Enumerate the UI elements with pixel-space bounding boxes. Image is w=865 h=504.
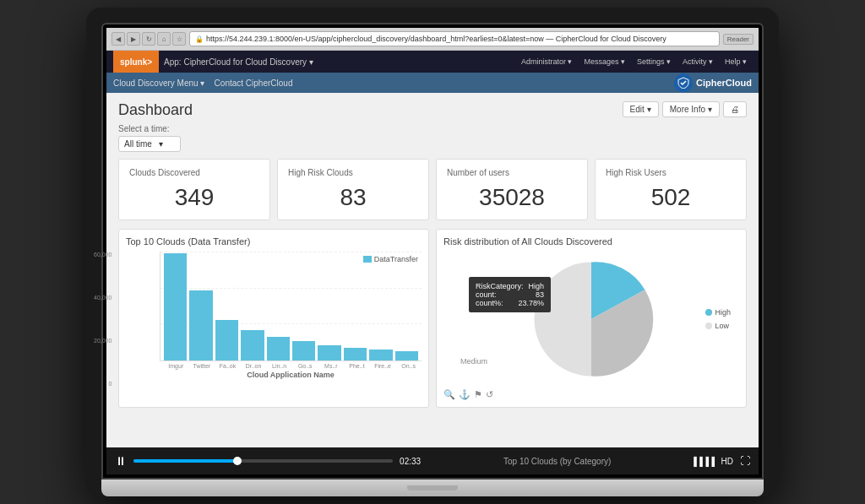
pie-chart-title: Risk distribution of All Clouds Discover… <box>443 236 739 247</box>
stats-row: Clouds Discovered 349 High Risk Clouds 8… <box>118 159 747 220</box>
pie-chart-toolbar: 🔍 ⚓ ⚑ ↺ <box>443 387 739 400</box>
menu-label: Cloud Discovery Menu <box>113 79 199 88</box>
pie-label-high-text: High <box>715 308 731 317</box>
video-progress-bar[interactable] <box>133 459 393 463</box>
shield-logo-icon <box>674 73 693 92</box>
laptop-frame: ◀ ▶ ↻ ⌂ ☆ 🔒 https://54.244.239.1:8000/en… <box>86 8 779 496</box>
stat-value-0: 349 <box>129 184 259 211</box>
tooltip-pct-value: 23.78% <box>519 299 545 307</box>
nav-messages[interactable]: Messages ▾ <box>579 56 630 68</box>
nav-help[interactable]: Help ▾ <box>720 56 752 68</box>
stat-card-clouds-discovered: Clouds Discovered 349 <box>118 159 270 220</box>
pie-svg <box>528 256 655 382</box>
dashboard-main: Dashboard Edit ▾ More Info ▾ 🖨 <box>106 93 759 447</box>
stat-label-0: Clouds Discovered <box>129 168 259 177</box>
tooltip-cat-value: High <box>529 282 545 290</box>
bar-chart-title: Top 10 Clouds (Data Transfer) <box>126 236 422 247</box>
contact-ciphercloud-link[interactable]: Contact CipherCloud <box>215 79 293 88</box>
time-value: All time <box>124 139 152 149</box>
app-name-text: App: CipherCloud for Cloud Discovery <box>164 57 307 67</box>
reload-button[interactable]: ↻ <box>142 32 155 46</box>
bar-6 <box>318 345 340 360</box>
sub-nav-left: Cloud Discovery Menu ▾ Contact CipherClo… <box>113 79 292 88</box>
anchor-tool[interactable]: ⚓ <box>459 389 471 400</box>
nav-administrator[interactable]: Administrator ▾ <box>516 56 578 68</box>
pie-label-high: High <box>705 308 731 317</box>
menu-dropdown-icon: ▾ <box>200 79 204 88</box>
more-info-dropdown-icon: ▾ <box>708 105 712 114</box>
flag-tool[interactable]: ⚑ <box>474 389 482 400</box>
bookmark-button[interactable]: ☆ <box>172 32 186 46</box>
x-label-9: On..s <box>395 363 422 369</box>
video-progress-fill <box>133 459 237 463</box>
stat-label-1: High Risk Clouds <box>288 168 418 177</box>
bar-3 <box>241 330 264 360</box>
video-controls-bar: ⏸ 02:33 Top 10 Clouds (by Category) ▌▌▌▌… <box>106 447 759 474</box>
tooltip-category-row: RiskCategory: High <box>476 282 544 290</box>
nav-activity[interactable]: Activity ▾ <box>677 56 718 68</box>
sub-nav: Cloud Discovery Menu ▾ Contact CipherClo… <box>106 73 759 93</box>
time-dropdown[interactable]: All time ▾ <box>118 136 181 152</box>
stat-card-high-risk-users: High Risk Users 502 <box>595 159 747 220</box>
pie-dot-high <box>705 309 712 316</box>
zoom-tool[interactable]: 🔍 <box>443 389 455 400</box>
x-axis-title: Cloud Application Name <box>160 371 422 379</box>
legend-color-datatransfer <box>363 256 372 263</box>
app-name-label: App: CipherCloud for Cloud Discovery ▾ <box>164 57 516 67</box>
y-val-0: 0 <box>94 381 112 387</box>
tooltip-cat-label: RiskCategory: <box>476 282 524 290</box>
contact-label: Contact CipherCloud <box>215 79 293 88</box>
bar-8 <box>369 350 392 360</box>
y-val-60k: 60,000 <box>94 252 112 257</box>
stat-value-1: 83 <box>288 184 418 211</box>
stat-card-high-risk-clouds: High Risk Clouds 83 <box>277 159 429 220</box>
y-val-40k: 40,000 <box>94 295 112 301</box>
address-bar[interactable]: 🔒 https://54.244.239.1:8000/en-US/app/ci… <box>189 31 720 46</box>
stat-card-number-of-users: Number of users 35028 <box>436 159 588 220</box>
time-dropdown-icon: ▾ <box>159 139 163 149</box>
bar-chart-area: 60,000 40,000 20,000 0 <box>126 252 422 387</box>
play-pause-button[interactable]: ⏸ <box>115 454 127 468</box>
home-button[interactable]: ⌂ <box>157 32 171 46</box>
app-dropdown-icon[interactable]: ▾ <box>309 57 313 67</box>
dashboard-header: Dashboard Edit ▾ More Info ▾ 🖨 <box>118 101 747 119</box>
time-select-area: Select a time: All time ▾ <box>118 124 747 152</box>
fullscreen-button[interactable]: ⛶ <box>740 455 750 467</box>
nav-settings[interactable]: Settings ▾ <box>632 56 676 68</box>
pie-label-medium: Medium <box>460 357 487 366</box>
stat-value-2: 35028 <box>447 184 577 211</box>
url-text: https://54.244.239.1:8000/en-US/app/ciph… <box>206 35 666 43</box>
back-button[interactable]: ◀ <box>112 32 125 46</box>
forward-button[interactable]: ▶ <box>127 32 140 46</box>
edit-dropdown-icon: ▾ <box>647 105 651 114</box>
x-label-5: Go..s <box>292 363 318 369</box>
dashboard-actions: Edit ▾ More Info ▾ 🖨 <box>623 101 747 117</box>
bar-chart-inner: DataTransfer <box>160 252 422 361</box>
video-title: Top 10 Clouds (by Category) <box>427 457 687 466</box>
more-info-button[interactable]: More Info ▾ <box>662 101 720 117</box>
x-label-7: Phe..t <box>344 363 370 369</box>
reset-tool[interactable]: ↺ <box>486 389 493 400</box>
stat-value-3: 502 <box>606 184 736 211</box>
https-icon: 🔒 <box>195 35 204 43</box>
tooltip-count-label: count: <box>476 290 497 299</box>
x-label-3: Dr..on <box>241 363 267 369</box>
edit-button[interactable]: Edit ▾ <box>623 101 659 117</box>
print-button[interactable]: 🖨 <box>723 101 747 117</box>
bar-chart-card: Top 10 Clouds (Data Transfer) 60,000 40,… <box>118 229 429 408</box>
reader-button[interactable]: Reader <box>723 34 753 45</box>
ciphercloud-brand: CipherCloud <box>674 73 752 92</box>
pie-chart-card: Risk distribution of All Clouds Discover… <box>436 229 747 408</box>
bar-0 <box>164 253 187 360</box>
cloud-discovery-menu[interactable]: Cloud Discovery Menu ▾ <box>113 79 204 88</box>
top-nav-right: Administrator ▾ Messages ▾ Settings ▾ Ac… <box>516 56 752 68</box>
browser-chrome: ◀ ▶ ↻ ⌂ ☆ 🔒 https://54.244.239.1:8000/en… <box>106 28 759 474</box>
bars-container <box>160 253 422 360</box>
x-axis-labels: Imgur Twitter Fa..ok Dr..on Lin..n Go..s… <box>160 363 422 369</box>
video-progress-handle[interactable] <box>233 457 242 465</box>
x-label-8: Fire..e <box>370 363 396 369</box>
pie-chart-area: RiskCategory: High count: 83 count%: 23.… <box>443 252 739 387</box>
pie-label-low-text: Low <box>715 322 729 330</box>
x-label-2: Fa..ok <box>215 363 241 369</box>
pie-tooltip: RiskCategory: High count: 83 count%: 23.… <box>469 277 551 312</box>
